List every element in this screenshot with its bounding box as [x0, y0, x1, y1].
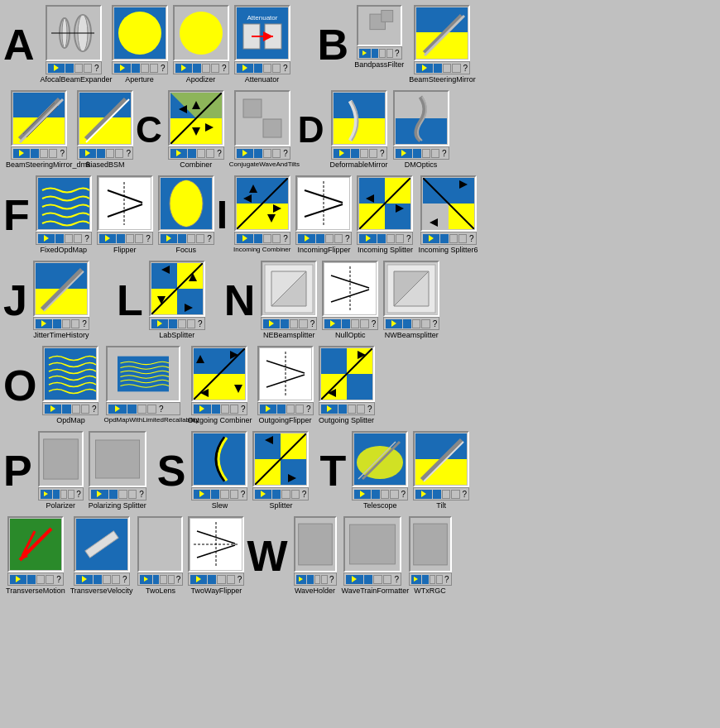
component-polarizingsplitter[interactable]: ? Polarizing Splitter	[89, 431, 146, 510]
deformable-ctrl[interactable]: ?	[331, 146, 387, 160]
component-beamsteering-dmk[interactable]: ? BeamSteeringMirror_dmk	[6, 90, 72, 169]
component-incomingsplitter[interactable]: ? Incoming Splitter	[357, 175, 413, 254]
component-dmoptics[interactable]: ? DMOptics	[393, 90, 449, 169]
jitter-ctrl[interactable]: ?	[33, 317, 89, 330]
component-waveholder[interactable]: ? WaveHolder	[294, 516, 337, 595]
focus-ctrl[interactable]: ?	[158, 232, 214, 245]
component-labsplitter[interactable]: ? LabSplitter	[149, 261, 205, 339]
outgoingsplitter-ctrl[interactable]: ?	[319, 402, 375, 415]
biasedbsm-ctrl[interactable]: ?	[77, 146, 133, 160]
component-jitter[interactable]: ? JitterTimeHistory	[33, 261, 89, 339]
conjugate-label: ConjugateWaveAndTilts	[229, 160, 295, 168]
component-conjugate[interactable]: ? ConjugateWaveAndTilts	[229, 90, 295, 168]
slew-ctrl[interactable]: ?	[191, 487, 247, 500]
combiner-ctrl[interactable]: ?	[168, 146, 224, 160]
component-combiner[interactable]: ? Combiner	[168, 90, 224, 169]
component-outgoingsplitter[interactable]: ? Outgoing Splitter	[319, 346, 375, 424]
component-wavetrainformatter[interactable]: ? WaveTrainFormatter	[342, 516, 404, 595]
wtxrgc-icon	[409, 516, 452, 572]
splitter-ctrl[interactable]: ?	[252, 487, 309, 500]
tilt-ctrl[interactable]: ?	[413, 487, 469, 500]
transversevelocity-ctrl[interactable]: ?	[74, 572, 130, 586]
opdmap-ctrl[interactable]: ?	[42, 402, 98, 415]
incomingflipper-ctrl[interactable]: ?	[295, 232, 352, 245]
component-flipper[interactable]: ? Flipper	[97, 175, 153, 254]
wavetrainformatter-icon	[343, 516, 401, 572]
aperture-ctrl[interactable]: ?	[112, 61, 168, 74]
component-polarizer[interactable]: ? Polarizer	[38, 431, 84, 510]
telescope-ctrl[interactable]: ?	[352, 487, 408, 500]
component-nwbeamsplitter[interactable]: ? NWBeamsplitter	[383, 261, 439, 339]
afocal-ctrl[interactable]: ?	[46, 61, 102, 74]
component-wtxrgc[interactable]: ? WTxRGC	[409, 516, 452, 595]
waveholder-ctrl[interactable]: ?	[294, 572, 337, 586]
nwbeamsplitter-ctrl[interactable]: ?	[383, 317, 439, 330]
flipper-ctrl[interactable]: ?	[97, 232, 153, 245]
dmoptics-ctrl[interactable]: ?	[393, 146, 449, 160]
apodizer-ctrl[interactable]: ?	[173, 61, 229, 74]
wtxrgc-ctrl[interactable]: ?	[409, 572, 452, 586]
opdmaplimited-ctrl[interactable]: ?	[106, 402, 180, 415]
afocal-q[interactable]: ?	[94, 64, 99, 73]
outgoingflipper-ctrl[interactable]: ?	[257, 402, 314, 415]
component-nulloptic[interactable]: ? NullOptic	[322, 261, 378, 339]
component-opdmaplimited[interactable]: ? OpdMapWithLimitedRecallability	[103, 346, 182, 424]
component-tilt[interactable]: ? Tilt	[413, 431, 469, 510]
incomingflipper-icon	[295, 175, 352, 232]
fixedopdmap-ctrl[interactable]: ?	[36, 232, 92, 245]
component-twolens[interactable]: ? TwoLens	[137, 516, 183, 595]
letter-L: L	[117, 279, 143, 322]
component-transversevelocity[interactable]: ? TransverseVelocity	[70, 516, 133, 595]
transversevelocity-icon	[74, 516, 130, 572]
component-outgoingcombiner[interactable]: ? Outgoing Combiner	[187, 346, 252, 424]
component-telescope[interactable]: ? Telescope	[352, 431, 408, 510]
nebeamsplitter-ctrl[interactable]: ?	[261, 317, 317, 330]
component-aperture[interactable]: ? Aperture	[112, 5, 168, 84]
incomingcombiner-icon	[234, 175, 290, 232]
component-attenuator[interactable]: Attenuator ?	[234, 5, 290, 84]
component-fixedopdmap[interactable]: ? FixedOpdMap	[36, 175, 92, 254]
incomingsplitter6-ctrl[interactable]: ?	[420, 232, 477, 245]
component-opdmap[interactable]: ? OpdMap	[42, 346, 98, 424]
component-incomingsplitter6[interactable]: ? Incoming Splitter6	[418, 175, 478, 254]
component-biasedbsm[interactable]: ? BiasedBSM	[77, 90, 133, 169]
component-splitter[interactable]: ? Splitter	[252, 431, 309, 510]
component-bandpass[interactable]: ? BandpassFilter	[354, 5, 404, 69]
nulloptic-ctrl[interactable]: ?	[322, 317, 378, 330]
twolens-ctrl[interactable]: ?	[137, 572, 183, 586]
twowayflipper-ctrl[interactable]: ?	[188, 572, 244, 586]
conjugate-ctrl[interactable]: ?	[234, 146, 290, 160]
component-afocal[interactable]: ? AfocalBeamExpander	[41, 5, 107, 84]
incomingcombiner-ctrl[interactable]: ?	[234, 232, 290, 245]
outgoingcombiner-ctrl[interactable]: ?	[191, 402, 247, 415]
outgoingcombiner-label: Outgoing Combiner	[187, 416, 252, 424]
component-incomingflipper[interactable]: ? IncomingFlipper	[295, 175, 352, 254]
component-incomingcombiner[interactable]: ? Incoming Combiner	[233, 175, 290, 253]
component-nebeamsplitter[interactable]: ? NEBeamsplitter	[261, 261, 317, 339]
aperture-q[interactable]: ?	[161, 64, 166, 73]
attenuator-ctrl[interactable]: ?	[234, 61, 290, 74]
polarizingsplitter-ctrl[interactable]: ?	[89, 487, 146, 500]
outgoingflipper-icon	[257, 346, 314, 402]
combiner-icon	[168, 90, 224, 146]
component-apodizer[interactable]: ? Apodizer	[173, 5, 229, 84]
component-beamsteering[interactable]: ? BeamSteeringMirror	[409, 5, 475, 84]
fixedopdmap-icon	[36, 175, 92, 232]
component-transversemotion[interactable]: ? TransverseMotion	[6, 516, 65, 595]
letter-D: D	[298, 112, 324, 148]
beamsteering-ctrl[interactable]: ?	[414, 61, 470, 74]
transversemotion-ctrl[interactable]: ?	[7, 572, 64, 586]
labsplitter-ctrl[interactable]: ?	[149, 317, 205, 330]
bandpass-ctrl[interactable]: ?	[357, 46, 402, 60]
component-outgoingflipper[interactable]: ? OutgoingFlipper	[257, 346, 314, 424]
incomingsplitter-ctrl[interactable]: ?	[357, 232, 413, 245]
beamsteering-dmk-ctrl[interactable]: ?	[11, 146, 67, 160]
polarizer-ctrl[interactable]: ?	[38, 487, 84, 500]
component-deformable[interactable]: ? DeformableMirror	[330, 90, 388, 169]
wavetrainformatter-ctrl[interactable]: ?	[343, 572, 401, 586]
component-twowayflipper[interactable]: ? TwoWayFlipper	[188, 516, 244, 595]
component-slew[interactable]: ? Slew	[191, 431, 247, 510]
component-focus[interactable]: ? Focus	[158, 175, 214, 254]
attenuator-q[interactable]: ?	[283, 64, 288, 73]
apodizer-q[interactable]: ?	[222, 64, 227, 73]
